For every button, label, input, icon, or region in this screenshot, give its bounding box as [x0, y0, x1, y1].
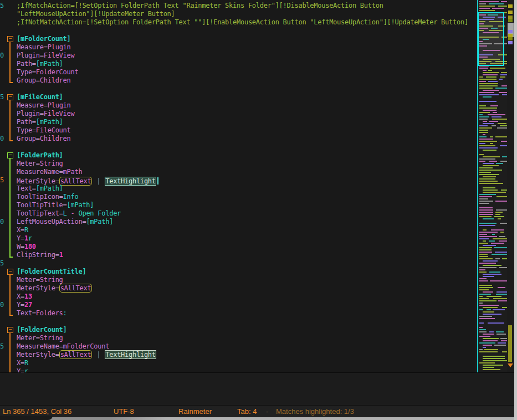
code-line[interactable]: ClipString=1: [17, 251, 63, 259]
line-number: 0: [0, 135, 6, 143]
code-token: =: [40, 52, 44, 59]
code-token: =: [32, 309, 36, 317]
code-token: Meter: [17, 276, 36, 284]
code-line[interactable]: MeterStyle=sAllText | TextHighlight: [17, 351, 156, 359]
minimap-line: [497, 127, 507, 129]
minimap-line: [479, 316, 492, 317]
minimap-line: [479, 216, 492, 217]
code-line[interactable]: [FolderCountTitle]: [17, 268, 86, 276]
minimap-line: [479, 322, 484, 324]
minimap-line: [495, 212, 503, 213]
code-line[interactable]: ;IfNotMatchAction=[!SetOption FolderPath…: [17, 18, 468, 27]
minimap-line: [493, 238, 507, 239]
minimap-line: [483, 70, 487, 71]
code-line[interactable]: Plugin=FileView: [17, 110, 74, 118]
fold-toggle-icon[interactable]: −: [7, 269, 13, 275]
minimap-line: [483, 218, 494, 219]
code-line[interactable]: Y=1r: [17, 234, 32, 243]
code-line[interactable]: Group=Children: [17, 76, 71, 85]
code-token: Text: [17, 309, 32, 317]
code-line[interactable]: MeterStyle=sAllText: [17, 284, 93, 293]
code-line[interactable]: W=180: [17, 243, 36, 251]
minimap-line: [479, 254, 488, 255]
window-edge: [514, 0, 517, 420]
code-line[interactable]: Text=Folders:: [17, 309, 67, 317]
code-token: Y: [17, 367, 21, 372]
code-line[interactable]: ToolTipIcon=Info: [17, 193, 78, 201]
code-line[interactable]: Meter=String: [17, 160, 63, 168]
code-line[interactable]: ToolTipTitle=[mPath]: [17, 201, 94, 209]
tab-size-cell[interactable]: Tab: 4: [237, 407, 257, 416]
code-line[interactable]: Group=Children: [17, 135, 71, 143]
code-line[interactable]: X=R: [17, 226, 28, 234]
minimap-line: [501, 72, 507, 73]
status-bar: Ln 365 / 1453, Col 36 UTF-8 Rainmeter Ta…: [0, 405, 517, 418]
code-line[interactable]: [mFolderCount]: [17, 35, 71, 43]
code-line[interactable]: MeasureName=mPath: [17, 168, 82, 176]
code-line[interactable]: [mFileCount]: [17, 93, 63, 101]
code-line[interactable]: Measure=Plugin: [17, 43, 71, 52]
code-line[interactable]: Meter=String: [17, 334, 63, 342]
minimap-line: [500, 232, 504, 233]
minimap-line: [500, 338, 507, 339]
code-token: String: [40, 160, 63, 167]
code-line[interactable]: X=13: [17, 293, 32, 301]
code-line[interactable]: Plugin=FileView: [17, 52, 74, 60]
minimap-line: [479, 141, 497, 142]
minimap-line: [479, 309, 483, 310]
code-line[interactable]: MeterStyle=sAllText | TextHighlight: [17, 176, 158, 185]
code-token: MeasureName: [17, 168, 59, 176]
minimap-line: [479, 183, 503, 184]
code-token: Meter: [17, 160, 36, 167]
fold-toggle-icon[interactable]: −: [7, 94, 13, 100]
minimap-line: [479, 198, 488, 199]
code-token: =: [32, 118, 36, 126]
code-token: X: [17, 293, 21, 300]
code-token: FileCount: [36, 126, 71, 134]
caret-position: Ln 365 / 1453, Col 36: [3, 407, 71, 416]
code-token: =: [36, 135, 40, 142]
code-token: =: [32, 126, 36, 134]
fold-toggle-icon[interactable]: −: [7, 327, 13, 333]
code-line[interactable]: [FolderPath]: [17, 151, 63, 160]
code-line[interactable]: [FolderCount]: [17, 326, 67, 334]
code-line[interactable]: LeftMouseUpAction=[mPath]: [17, 218, 113, 226]
code-line[interactable]: ToolTipText=L - Open Folder: [17, 209, 121, 218]
minimap[interactable]: [475, 0, 507, 372]
code-line[interactable]: Y=r: [17, 367, 28, 372]
code-line[interactable]: Meter=String: [17, 276, 63, 284]
minimap-line: [479, 178, 495, 180]
minimap-line: [496, 331, 504, 332]
code-line[interactable]: MeasureName=mFolderCount: [17, 342, 109, 351]
minimap-line: [483, 276, 494, 277]
fold-toggle-icon[interactable]: −: [7, 152, 13, 158]
lexer-cell[interactable]: Rainmeter: [178, 407, 212, 416]
code-token: Text: [17, 185, 32, 192]
code-line[interactable]: "LeftMouseUpAction"][!UpdateMeter Button…: [17, 10, 175, 18]
code-line[interactable]: Path=[mPath]: [17, 118, 63, 126]
minimap-line: [479, 181, 498, 182]
code-token: Type: [17, 68, 32, 76]
minimap-viewport[interactable]: [478, 12, 504, 66]
code-line[interactable]: X=R: [17, 359, 28, 367]
code-token: ;IfMatchAction=[!SetOption FolderPath Te…: [17, 2, 383, 9]
minimap-line: [483, 360, 507, 361]
code-area[interactable]: ;IfMatchAction=[!SetOption FolderPath Te…: [0, 0, 475, 372]
code-line[interactable]: Type=FolderCount: [17, 68, 78, 76]
code-token: Plugin: [17, 110, 40, 117]
code-token: Plugin: [17, 52, 40, 59]
minimap-line: [487, 309, 491, 310]
scrollbar[interactable]: [507, 0, 514, 372]
code-token: [mPath]: [36, 60, 63, 68]
minimap-line: [490, 68, 505, 69]
minimap-line: [493, 309, 504, 310]
code-line[interactable]: Type=FileCount: [17, 126, 71, 135]
code-line[interactable]: ;IfMatchAction=[!SetOption FolderPath Te…: [17, 2, 383, 10]
code-line[interactable]: Path=[mPath]: [17, 60, 63, 68]
encoding-cell[interactable]: UTF-8: [114, 407, 134, 416]
fold-toggle-icon[interactable]: −: [7, 36, 13, 42]
code-line[interactable]: Y=27: [17, 301, 32, 309]
code-line[interactable]: Text=[mPath]: [17, 185, 63, 193]
code-line[interactable]: Measure=Plugin: [17, 101, 71, 110]
minimap-line: [479, 342, 495, 344]
